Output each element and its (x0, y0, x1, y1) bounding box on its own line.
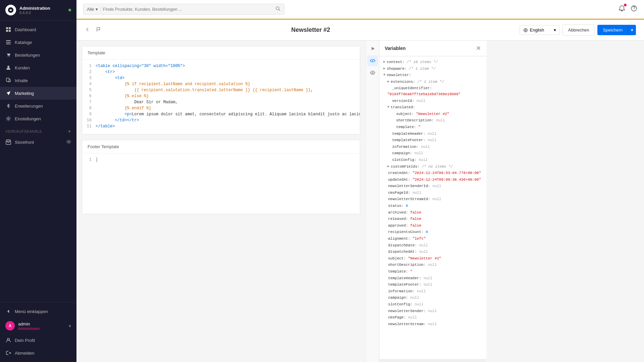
play-tab[interactable] (367, 43, 378, 54)
abmelden-icon (5, 350, 11, 356)
template-section: Template 1<table cellspacing="30" width=… (82, 46, 360, 134)
list-item[interactable]: ▶customFields: /* no items */ (379, 164, 486, 170)
save-dropdown-button[interactable]: ▾ (628, 25, 636, 35)
search-wrapper: Alle ▾ (83, 4, 284, 15)
sidebar-item-storefront[interactable]: Storefront (0, 136, 76, 148)
content-body: Template 1<table cellspacing="30" width=… (76, 41, 644, 362)
sidebar-item-label: Storefront (15, 140, 34, 145)
list-item[interactable]: ▼newsletter: (379, 72, 486, 79)
sidebar-item-inhalte[interactable]: Inhalte (0, 74, 76, 87)
back-arrow-icon[interactable] (85, 26, 91, 34)
scrollbar[interactable] (379, 359, 486, 362)
footer-label: Footer Template (82, 140, 360, 154)
list-item: dispatchDate: null (379, 242, 486, 249)
topbar-right (619, 5, 637, 13)
brand-version: 6.6.9.0 (19, 11, 50, 15)
sidebar-item-marketing[interactable]: Marketing (0, 87, 76, 100)
add-channel-icon[interactable]: + (68, 128, 71, 134)
sidebar-item-kunden[interactable]: Kunden (0, 61, 76, 74)
list-item: shortDescription: null (379, 262, 486, 268)
flag-icon[interactable] (96, 26, 102, 34)
verkaufskanaele-label: Verkaufskanäle + (0, 125, 76, 136)
list-item: campaign: null (379, 150, 486, 157)
svg-rect-1 (6, 27, 8, 29)
sidebar: Administration 6.6.9.0 Dashboard Katalog… (0, 0, 76, 362)
list-item: newsletterSender: null (379, 308, 486, 315)
brand-name: Administration (19, 6, 50, 11)
sidebar-item-label: Marketing (15, 91, 34, 96)
menu-collapse-button[interactable]: Menü einklappen (0, 305, 76, 318)
list-item: cmsPage: null (379, 314, 486, 321)
einstellungen-icon (5, 116, 11, 122)
list-item: status: 0 (379, 203, 486, 209)
svg-point-16 (276, 7, 279, 10)
content-header: Newsletter #2 English ▾ Abbrechen Speich… (76, 20, 644, 41)
main-area: Alle ▾ Newsletter #2 (76, 0, 644, 362)
search-filter-dropdown[interactable]: Alle ▾ (87, 7, 101, 12)
search-icon[interactable] (275, 6, 281, 12)
sidebar-item-label: Inhalte (15, 78, 28, 83)
code-tab[interactable] (367, 55, 378, 66)
save-button[interactable]: Speichern (597, 25, 628, 35)
footer-template-section: Footer Template 1 │ (82, 140, 360, 214)
help-icon[interactable] (631, 5, 637, 13)
svg-rect-7 (6, 44, 11, 44)
svg-point-12 (8, 118, 9, 120)
svg-rect-5 (6, 40, 11, 41)
variables-tree: ▶context: /* 18 items */▶shopware: /* 1 … (379, 56, 486, 359)
notification-badge (624, 4, 627, 6)
sidebar-item-label: Bestellungen (15, 53, 40, 58)
list-item[interactable]: ▶shopware: /* 1 item */ (379, 66, 486, 72)
svg-point-9 (9, 56, 10, 57)
sidebar-item-dashboard[interactable]: Dashboard (0, 23, 76, 36)
table-row: 11</table> (82, 124, 360, 130)
sidebar-item-label: Kataloge (15, 40, 32, 45)
list-item: shortDescription: null (379, 117, 486, 124)
cancel-button[interactable]: Abbrechen (562, 24, 595, 36)
sidebar-item-label: Erweiterungen (15, 104, 43, 109)
list-item: templateHeader: null (379, 275, 486, 282)
filter-chevron-icon: ▾ (96, 7, 98, 12)
code-editor[interactable]: 1<table cellspacing="30" width="100%">2 … (82, 60, 360, 134)
svg-rect-11 (6, 78, 9, 81)
user-chevron-icon: ▾ (69, 323, 71, 328)
online-indicator (68, 9, 71, 11)
svg-rect-6 (6, 42, 11, 43)
inhalte-icon (5, 77, 11, 83)
save-button-group: Speichern ▾ (597, 25, 636, 35)
list-item: templateFooter: null (379, 137, 486, 144)
notifications-icon[interactable] (619, 5, 625, 13)
language-select[interactable]: English ▾ (520, 25, 560, 35)
dashboard-icon (5, 26, 11, 33)
sidebar-item-dein-profil[interactable]: Dein Profil (0, 334, 76, 347)
search-input[interactable] (103, 7, 273, 12)
username: admin (18, 321, 65, 326)
page-title: Newsletter #2 (107, 26, 514, 34)
sidebar-item-bestellungen[interactable]: Bestellungen (0, 49, 76, 61)
list-item: updatedAt: "2024-12-24T09:09:38.436+00:0… (379, 177, 486, 183)
search-filter-label: Alle (87, 7, 94, 12)
eye-tab[interactable] (367, 67, 378, 78)
language-label: English (530, 27, 544, 33)
sidebar-item-kataloge[interactable]: Kataloge (0, 36, 76, 49)
sidebar-item-erweiterungen[interactable]: Erweiterungen (0, 100, 76, 112)
svg-point-19 (372, 72, 373, 73)
list-item[interactable]: ▶extensions: /* 1 item */ (379, 79, 486, 85)
list-item[interactable]: ▼translated: (379, 104, 486, 111)
list-item: cmsPageId: null (379, 190, 486, 196)
sidebar-item-label: Kunden (15, 65, 30, 70)
sidebar-item-abmelden[interactable]: Abmelden (0, 347, 76, 359)
user-role: Administrator (18, 326, 65, 330)
lang-chevron-icon: ▾ (554, 27, 556, 33)
svg-rect-2 (9, 27, 11, 29)
sidebar-item-label: Dein Profil (15, 338, 35, 343)
user-section[interactable]: A admin Administrator ▾ (0, 318, 76, 334)
list-item: slotConfig: null (379, 157, 486, 164)
table-row: 9 <p>Lorem ipsum dolor sit amet, consect… (82, 112, 360, 118)
svg-rect-3 (6, 30, 8, 32)
close-variables-button[interactable]: ✕ (476, 45, 481, 52)
list-item: template: " (379, 268, 486, 275)
list-item[interactable]: ▶context: /* 18 items */ (379, 59, 486, 66)
footer-code-editor[interactable]: 1 │ (82, 154, 360, 214)
sidebar-item-einstellungen[interactable]: Einstellungen (0, 112, 76, 125)
